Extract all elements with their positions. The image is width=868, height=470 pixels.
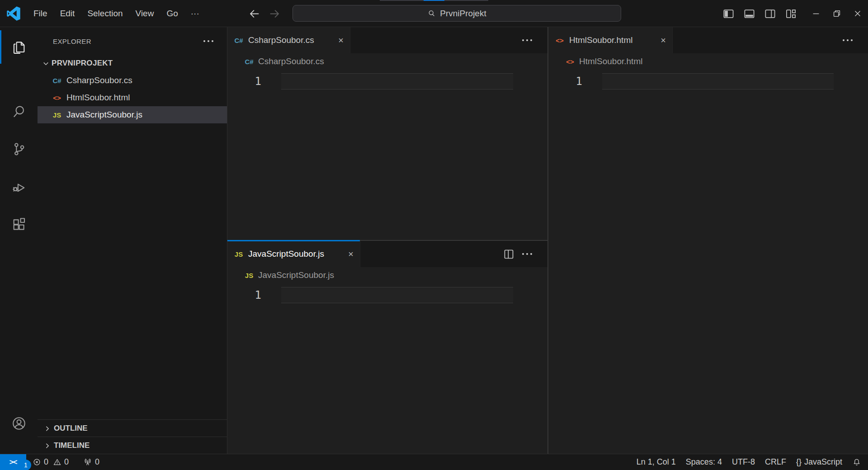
- remote-icon: ><: [9, 458, 17, 466]
- tab-htmlsoubor[interactable]: <> HtmlSoubor.html ×: [548, 27, 673, 53]
- current-line-highlight: [281, 287, 513, 303]
- ports-status[interactable]: 0: [78, 454, 104, 470]
- file-label: HtmlSoubor.html: [66, 93, 130, 103]
- menu-edit[interactable]: Edit: [54, 0, 81, 27]
- radio-tower-icon: [83, 458, 92, 467]
- close-icon[interactable]: [847, 0, 868, 27]
- explorer-icon[interactable]: [0, 29, 38, 65]
- indentation-label: Spaces: 4: [686, 457, 722, 467]
- command-center-search[interactable]: PrvniProjekt: [292, 5, 621, 22]
- folder-row-prvniprojekt[interactable]: PRVNIPROJEKT: [38, 55, 227, 72]
- file-row-html[interactable]: <> HtmlSoubor.html: [38, 89, 227, 106]
- editor-content[interactable]: 1: [227, 287, 547, 303]
- tab-javascriptsoubor[interactable]: JS JavaScriptSoubor.js ×: [227, 241, 360, 267]
- section-label: OUTLINE: [54, 424, 88, 433]
- split-editor-icon[interactable]: [503, 248, 515, 260]
- breadcrumb-item[interactable]: CsharpSoubor.cs: [258, 56, 324, 66]
- breadcrumb-item[interactable]: JavaScriptSoubor.js: [258, 270, 334, 280]
- editor-actions: [503, 241, 547, 267]
- file-row-javascript[interactable]: JS JavaScriptSoubor.js: [38, 106, 227, 123]
- outline-section-header[interactable]: OUTLINE: [38, 419, 227, 437]
- line-number: 1: [227, 73, 261, 89]
- close-tab-icon[interactable]: ×: [334, 35, 344, 46]
- restore-icon[interactable]: [826, 0, 847, 27]
- csharp-file-icon: C#: [244, 58, 254, 66]
- tab-label: JavaScriptSoubor.js: [248, 249, 324, 259]
- editor-group-html: <> HtmlSoubor.html × <> HtmlSoubor.html …: [548, 27, 868, 454]
- vscode-logo-icon: [6, 6, 21, 21]
- language-mode[interactable]: {} JavaScript: [791, 454, 847, 470]
- tab-label: CsharpSoubor.cs: [248, 35, 314, 45]
- editor-group-csharp: C# CsharpSoubor.cs × C# CsharpSoubor.cs …: [227, 27, 547, 240]
- ports-count: 0: [95, 457, 99, 467]
- status-bar: >< 0 0 0: [0, 454, 868, 470]
- braces-icon: {}: [796, 457, 802, 467]
- csharp-file-icon: C#: [52, 77, 62, 85]
- tab-label: HtmlSoubor.html: [569, 35, 632, 45]
- current-line-highlight: [602, 73, 834, 89]
- problems-status[interactable]: 0 0: [26, 454, 74, 470]
- warning-icon: [53, 458, 61, 466]
- close-tab-icon[interactable]: ×: [344, 249, 354, 259]
- tab-bar: JS JavaScriptSoubor.js ×: [227, 241, 547, 267]
- cursor-position[interactable]: Ln 1, Col 1: [632, 454, 681, 470]
- more-actions-icon[interactable]: [522, 253, 532, 255]
- menu-go[interactable]: Go: [160, 0, 184, 27]
- cursor-position-label: Ln 1, Col 1: [637, 457, 676, 467]
- eol-label: CRLF: [765, 457, 786, 467]
- more-actions-icon[interactable]: [522, 39, 532, 41]
- breadcrumb-item[interactable]: HtmlSoubor.html: [579, 56, 642, 66]
- explorer-sidebar: EXPLORER PRVNIPROJEKT C# CsharpSoubor.cs…: [38, 27, 227, 454]
- menu-more-icon[interactable]: ···: [184, 0, 206, 27]
- bell-icon: [852, 458, 861, 467]
- run-debug-icon[interactable]: [0, 169, 38, 205]
- indentation[interactable]: Spaces: 4: [681, 454, 727, 470]
- toggle-panel-icon[interactable]: [743, 8, 755, 20]
- file-label: JavaScriptSoubor.js: [66, 110, 142, 120]
- chevron-down-icon: [42, 60, 50, 67]
- breadcrumb[interactable]: C# CsharpSoubor.cs: [227, 53, 547, 70]
- html-file-icon: <>: [52, 94, 62, 102]
- current-line-highlight: [281, 73, 513, 89]
- explorer-actions-icon[interactable]: [203, 40, 213, 42]
- notifications[interactable]: [847, 454, 868, 470]
- editor-group-javascript: JS JavaScriptSoubor.js × JS JavaScriptSo…: [227, 240, 547, 454]
- search-icon: [427, 9, 436, 18]
- back-arrow-icon[interactable]: [248, 8, 260, 20]
- toggle-sidebar-icon[interactable]: [722, 8, 735, 20]
- js-file-icon: JS: [52, 111, 62, 119]
- more-actions-icon[interactable]: [843, 39, 853, 41]
- sidebar-header: EXPLORER: [38, 33, 227, 49]
- forward-arrow-icon[interactable]: [269, 8, 281, 20]
- tab-bar: <> HtmlSoubor.html ×: [548, 27, 868, 53]
- close-tab-icon[interactable]: ×: [656, 35, 666, 46]
- customize-layout-icon[interactable]: [785, 8, 797, 20]
- extensions-icon[interactable]: [0, 207, 38, 242]
- tab-csharpsoubor[interactable]: C# CsharpSoubor.cs ×: [227, 27, 350, 53]
- editor-content[interactable]: 1: [227, 73, 547, 89]
- layout-controls: [722, 0, 797, 27]
- menu-file[interactable]: File: [27, 0, 54, 27]
- activity-bar: 1: [0, 27, 38, 454]
- toggle-secondary-sidebar-icon[interactable]: [764, 8, 776, 20]
- account-icon[interactable]: [0, 406, 38, 441]
- encoding-label: UTF-8: [732, 457, 755, 467]
- editor-content[interactable]: 1: [548, 73, 868, 89]
- line-number: 1: [548, 73, 582, 89]
- menu-view[interactable]: View: [129, 0, 160, 27]
- source-control-icon[interactable]: [0, 132, 38, 167]
- js-file-icon: JS: [234, 250, 244, 258]
- minimize-icon[interactable]: [806, 0, 826, 27]
- breadcrumb[interactable]: JS JavaScriptSoubor.js: [227, 267, 547, 283]
- encoding[interactable]: UTF-8: [727, 454, 760, 470]
- chevron-right-icon: [43, 425, 51, 432]
- file-row-csharp[interactable]: C# CsharpSoubor.cs: [38, 72, 227, 89]
- timeline-section-header[interactable]: TIMELINE: [38, 437, 227, 454]
- search-sidebar-icon[interactable]: [0, 94, 38, 129]
- warning-count: 0: [64, 457, 69, 467]
- breadcrumb[interactable]: <> HtmlSoubor.html: [548, 53, 868, 70]
- eol-sequence[interactable]: CRLF: [760, 454, 791, 470]
- settings-badge: 1: [20, 460, 31, 470]
- background-window-edge-accent: [424, 0, 444, 1]
- menu-selection[interactable]: Selection: [81, 0, 129, 27]
